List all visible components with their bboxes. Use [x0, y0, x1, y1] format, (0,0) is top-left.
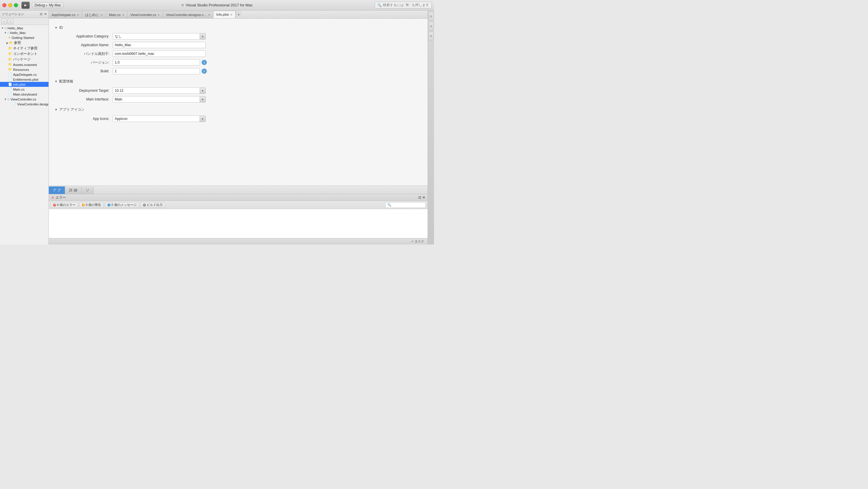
sidebar-item-assets[interactable]: 📁 Assets.xcassets [0, 62, 49, 67]
sidebar-item-solution[interactable]: ▼ ◇ Hello_Mac [0, 26, 49, 31]
sidebar-item-resources[interactable]: 📁 Resources [0, 67, 49, 72]
sidebar-item-getting-started[interactable]: ✦ Getting Started [0, 35, 49, 40]
form-label-deployment-target: Deployment Target: [55, 89, 113, 93]
sidebar-item-references[interactable]: ▶ 📁 参照 [0, 40, 49, 45]
warning-dot-icon: ⚠ [82, 203, 85, 206]
main-interface-select[interactable]: ▾ [113, 96, 206, 102]
sidebar-item-main-cs[interactable]: 📄 Main.cs [0, 87, 49, 92]
search-icon: 🔍 [377, 3, 382, 7]
folder-icon: 📁 [9, 41, 13, 45]
sidebar-item-components[interactable]: 📁 コンポーネント [0, 51, 49, 57]
bottom-tab-detail[interactable]: 詳 細 [65, 187, 81, 194]
sidebar-item-label: Main.storyboard [13, 93, 37, 96]
tab-viewcontroller-cs[interactable]: ViewController.cs ✕ [127, 11, 163, 18]
sidebar-item-native-refs[interactable]: 📁 ネイティブ参照 [0, 45, 49, 51]
main-layout: ソリューション ⊡ ✕ ‹ › ▼ ◇ Hello_Mac ▼ □ Hello_… [0, 10, 434, 244]
right-strip-button-2[interactable]: ⊡ [429, 22, 434, 31]
sidebar-header: ソリューション ⊡ ✕ [0, 10, 49, 18]
error-panel-controls: ⊡ ✕ [418, 195, 425, 199]
error-filter-messages[interactable]: i 0 個のメッセージ [105, 202, 139, 208]
form-row-bundle-id: バンドル識別子: [55, 51, 422, 57]
tab-close-icon[interactable]: ✕ [77, 13, 79, 17]
back-button[interactable]: ‹ [1, 19, 7, 24]
build-input[interactable] [113, 68, 200, 74]
sidebar-item-main-storyboard[interactable]: 📄 Main.storyboard [0, 92, 49, 97]
main-interface-dropdown-btn[interactable]: ▾ [200, 96, 206, 102]
tab-appdelegate[interactable]: AppDelegate.cs ✕ [49, 11, 82, 18]
error-search-box[interactable]: 🔍 [385, 202, 426, 208]
form-label-app-icons: App Icons: [55, 117, 113, 121]
sidebar-item-project[interactable]: ▼ □ Hello_Mac [0, 31, 49, 35]
section-app-icon-header: ▼ アプリ アイコン [55, 107, 422, 112]
status-bar: ✓ タスク [49, 238, 428, 244]
forward-button[interactable]: › [7, 19, 13, 24]
sidebar-item-viewcontroller[interactable]: ▼ ◇ ViewController.cs [0, 97, 49, 102]
bundle-id-input[interactable] [113, 51, 206, 57]
search-placeholder: 検索するには '⌘.' を押します [383, 3, 429, 7]
version-input[interactable] [113, 59, 200, 66]
bottom-tab-source[interactable]: ソ [82, 187, 94, 194]
sidebar-item-appdelegate[interactable]: 📄 AppDelegate.cs [0, 72, 49, 77]
tab-close-icon[interactable]: ✕ [208, 13, 210, 17]
deployment-target-dropdown-btn[interactable]: ▾ [200, 88, 206, 94]
app-category-dropdown-btn[interactable]: ▾ [200, 33, 206, 39]
toolbar-right: 🔍 検索するには '⌘.' を押します [375, 2, 432, 8]
error-filter-label: 0 個のエラー [57, 203, 75, 207]
window-title: ⊘ Visual Studio Professional 2017 for Ma… [181, 3, 252, 7]
close-sidebar-icon[interactable]: ✕ [44, 12, 47, 16]
error-search-input[interactable] [391, 203, 424, 207]
app-category-input[interactable] [113, 33, 200, 39]
right-strip-button-1[interactable]: ⊡ [429, 12, 434, 21]
error-content-area [49, 209, 428, 238]
sidebar-item-viewcontroller-designer[interactable]: 📄 ViewController.designer.cs [0, 102, 49, 106]
tab-close-icon[interactable]: ✕ [122, 13, 124, 17]
tab-close-icon[interactable]: ✕ [100, 13, 103, 17]
sidebar-item-entitlements[interactable]: 📄 Entitlements.plist [0, 77, 49, 82]
app-name-input[interactable] [113, 42, 206, 48]
app-category-select[interactable]: ▾ [113, 33, 206, 39]
deployment-target-select[interactable]: ▾ [113, 88, 206, 94]
tab-close-icon[interactable]: ✕ [157, 13, 160, 17]
expand-icon[interactable]: ⊡ [418, 195, 421, 199]
tab-viewcontroller-designer[interactable]: ViewController.designer.c... ✕ [163, 11, 213, 18]
sidebar-item-label: ViewController.designer.cs [17, 102, 49, 106]
bottom-tab-app[interactable]: ア プ [49, 187, 65, 194]
error-filter-warnings[interactable]: ⚠ 0 個の警告 [79, 202, 104, 208]
global-search[interactable]: 🔍 検索するには '⌘.' を押します [375, 2, 432, 8]
content-area: AppDelegate.cs ✕ はじめに ✕ Main.cs ✕ ViewCo… [49, 10, 428, 244]
sidebar-item-packages[interactable]: 📁 パッケージ [0, 57, 49, 62]
app-icons-dropdown-btn[interactable]: ▾ [200, 116, 206, 122]
deployment-target-input[interactable] [113, 88, 200, 94]
right-strip-button-3[interactable]: ⊡ [429, 32, 434, 40]
tab-main-cs[interactable]: Main.cs ✕ [106, 11, 127, 18]
app-icons-input[interactable] [113, 116, 200, 122]
sidebar-item-label: ネイティブ参照 [13, 46, 37, 51]
main-interface-input[interactable] [113, 96, 200, 102]
error-filter-errors[interactable]: ✕ 0 個のエラー [51, 202, 78, 208]
close-error-panel-icon[interactable]: ✕ [423, 195, 425, 199]
debug-label: Debug [35, 3, 45, 7]
build-info-button[interactable]: i [202, 68, 207, 74]
form-label-version: バージョン: [55, 60, 113, 65]
app-icons-select[interactable]: ▾ [113, 116, 206, 122]
status-label: ✓ タスク [411, 239, 424, 243]
minimize-button[interactable] [8, 3, 12, 7]
sidebar-item-info-plist[interactable]: 📄 info.plist [0, 82, 49, 87]
maximize-icon[interactable]: ⊡ [40, 12, 42, 16]
error-filter-build-output[interactable]: ≡ ビルド出力 [140, 202, 165, 208]
version-info-button[interactable]: i [202, 60, 207, 65]
sidebar-tree: ▼ ◇ Hello_Mac ▼ □ Hello_Mac ✦ Getting St… [0, 25, 49, 244]
maximize-button[interactable] [14, 3, 18, 7]
folder-icon: 📁 [8, 68, 12, 71]
form-row-deployment-target: Deployment Target: ▾ [55, 88, 422, 94]
run-button[interactable]: ▶ [22, 2, 30, 9]
tab-overflow-button[interactable]: ▾ [236, 11, 241, 18]
tab-info-plist[interactable]: Info.plist ✕ [214, 11, 236, 18]
tab-label: AppDelegate.cs [52, 13, 75, 17]
debug-scheme[interactable]: Debug ▸ My Mac [32, 2, 64, 8]
tabs-bar: AppDelegate.cs ✕ はじめに ✕ Main.cs ✕ ViewCo… [49, 10, 428, 19]
build-output-dot-icon: ≡ [143, 203, 146, 206]
tab-hajimeni[interactable]: はじめに ✕ [82, 11, 106, 18]
tab-close-icon[interactable]: ✕ [230, 13, 232, 16]
close-button[interactable] [2, 3, 6, 7]
